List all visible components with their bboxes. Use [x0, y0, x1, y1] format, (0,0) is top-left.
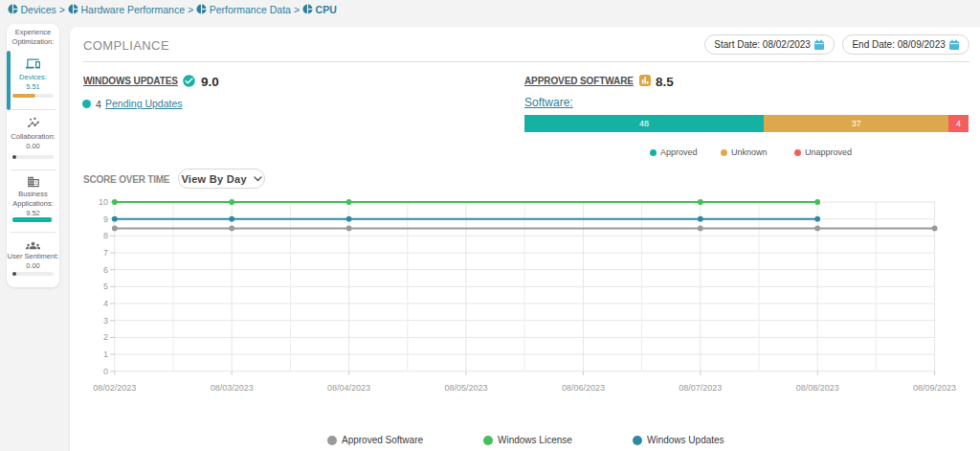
- svg-text:08/05/2023: 08/05/2023: [444, 383, 487, 393]
- svg-text:10: 10: [99, 197, 108, 207]
- svg-text:08/02/2023: 08/02/2023: [93, 383, 136, 393]
- svg-text:8: 8: [103, 231, 108, 240]
- svg-text:0: 0: [103, 367, 108, 376]
- svg-text:08/04/2023: 08/04/2023: [327, 383, 370, 393]
- svg-text:08/08/2023: 08/08/2023: [796, 383, 839, 393]
- svg-text:5: 5: [103, 282, 108, 291]
- svg-text:9: 9: [103, 214, 108, 224]
- svg-text:08/09/2023: 08/09/2023: [913, 383, 956, 393]
- svg-text:2: 2: [103, 332, 108, 342]
- svg-text:1: 1: [103, 350, 108, 359]
- svg-text:3: 3: [103, 316, 108, 326]
- svg-text:7: 7: [103, 248, 108, 258]
- svg-text:6: 6: [103, 265, 108, 275]
- svg-text:4: 4: [103, 299, 108, 308]
- svg-text:08/03/2023: 08/03/2023: [211, 383, 254, 393]
- svg-text:08/06/2023: 08/06/2023: [562, 383, 605, 393]
- svg-text:08/07/2023: 08/07/2023: [679, 383, 722, 393]
